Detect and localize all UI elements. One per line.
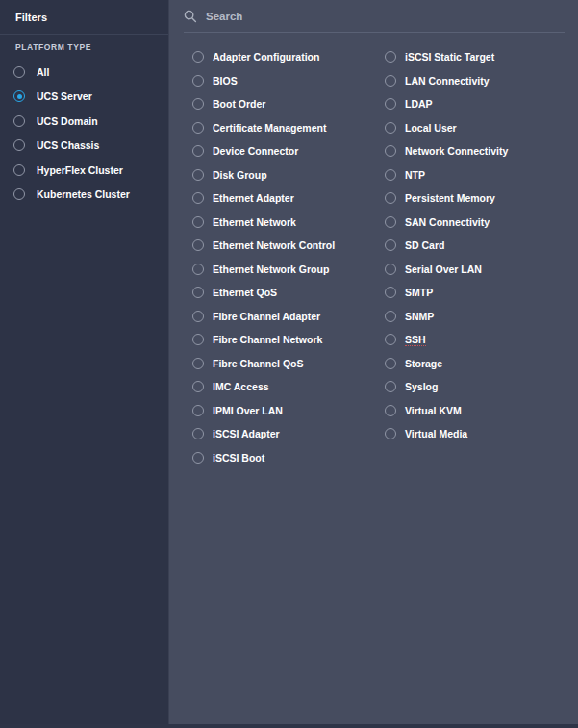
policy-iscsi-boot[interactable]: iSCSI Boot	[192, 446, 385, 470]
radio-icon[interactable]	[192, 264, 204, 275]
radio-icon[interactable]	[385, 358, 396, 369]
radio-icon[interactable]	[385, 216, 396, 228]
policy-label: Fibre Channel QoS	[213, 358, 304, 369]
radio-icon[interactable]	[385, 381, 396, 392]
radio-icon[interactable]	[13, 139, 25, 151]
radio-icon[interactable]	[385, 287, 396, 298]
radio-icon[interactable]	[385, 145, 396, 157]
policy-fibre-channel-qos[interactable]: Fibre Channel QoS	[192, 352, 385, 376]
policy-syslog[interactable]: Syslog	[385, 375, 577, 399]
policy-iscsi-static-target[interactable]: iSCSI Static Target	[385, 45, 577, 69]
radio-icon[interactable]	[13, 66, 25, 78]
radio-icon[interactable]	[192, 239, 204, 251]
policy-boot-order[interactable]: Boot Order	[192, 92, 385, 116]
radio-icon[interactable]	[385, 75, 396, 87]
policy-adapter-configuration[interactable]: Adapter Configuration	[192, 45, 385, 69]
dialog-bottom-edge	[0, 724, 578, 728]
radio-icon[interactable]	[192, 311, 204, 322]
policy-label: SSH	[405, 334, 426, 346]
radio-icon[interactable]	[192, 358, 204, 369]
policy-smtp[interactable]: SMTP	[385, 281, 577, 305]
sidebar-item-kubernetes-cluster[interactable]: Kubernetes Cluster	[0, 183, 168, 208]
radio-icon[interactable]	[385, 239, 396, 251]
policy-disk-group[interactable]: Disk Group	[192, 163, 385, 188]
radio-icon[interactable]	[192, 122, 204, 134]
radio-icon[interactable]	[385, 311, 396, 322]
filters-sidebar: Filters PLATFORM TYPE All UCS Server UCS…	[0, 0, 168, 728]
policy-ldap[interactable]: LDAP	[385, 92, 577, 116]
radio-icon[interactable]	[192, 381, 204, 392]
policy-label: IPMI Over LAN	[213, 405, 283, 416]
radio-icon[interactable]	[385, 264, 396, 275]
policy-serial-over-lan[interactable]: Serial Over LAN	[385, 258, 577, 282]
radio-icon[interactable]	[192, 192, 204, 204]
policy-ethernet-network-group[interactable]: Ethernet Network Group	[192, 258, 385, 282]
policy-sd-card[interactable]: SD Card	[385, 234, 577, 258]
policy-iscsi-adapter[interactable]: iSCSI Adapter	[192, 422, 385, 446]
radio-icon[interactable]	[385, 51, 396, 63]
radio-icon[interactable]	[192, 51, 204, 63]
radio-checked-icon[interactable]	[13, 90, 25, 102]
policy-bios[interactable]: BIOS	[192, 69, 385, 93]
radio-icon[interactable]	[192, 428, 204, 439]
policy-certificate-management[interactable]: Certificate Management	[192, 116, 385, 140]
sidebar-item-label: UCS Domain	[37, 115, 98, 127]
sidebar-item-ucs-domain[interactable]: UCS Domain	[0, 109, 168, 134]
radio-icon[interactable]	[192, 75, 204, 87]
policy-storage[interactable]: Storage	[385, 352, 577, 376]
policy-label: Serial Over LAN	[405, 264, 482, 275]
radio-icon[interactable]	[13, 115, 25, 127]
policy-snmp[interactable]: SNMP	[385, 305, 577, 329]
policy-ssh[interactable]: SSH	[385, 328, 577, 352]
policy-label: Storage	[405, 358, 442, 369]
radio-icon[interactable]	[385, 428, 396, 439]
radio-icon[interactable]	[192, 334, 204, 345]
radio-icon[interactable]	[385, 169, 396, 181]
policy-persistent-memory[interactable]: Persistent Memory	[385, 187, 577, 211]
radio-icon[interactable]	[192, 452, 204, 464]
radio-icon[interactable]	[192, 169, 204, 181]
radio-icon[interactable]	[385, 405, 396, 416]
sidebar-item-hyperflex-cluster[interactable]: HyperFlex Cluster	[0, 158, 168, 183]
sidebar-item-ucs-chassis[interactable]: UCS Chassis	[0, 134, 168, 159]
policy-san-connectivity[interactable]: SAN Connectivity	[385, 211, 577, 235]
policy-device-connector[interactable]: Device Connector	[192, 139, 385, 163]
radio-icon[interactable]	[192, 98, 204, 110]
policy-fibre-channel-network[interactable]: Fibre Channel Network	[192, 328, 385, 352]
radio-icon[interactable]	[385, 334, 396, 345]
policy-virtual-media[interactable]: Virtual Media	[385, 422, 577, 446]
radio-icon[interactable]	[13, 164, 25, 176]
policy-lan-connectivity[interactable]: LAN Connectivity	[385, 69, 577, 93]
radio-icon[interactable]	[192, 287, 204, 298]
radio-icon[interactable]	[192, 145, 204, 157]
policy-label: iSCSI Boot	[213, 452, 264, 464]
search-input[interactable]	[206, 11, 514, 22]
radio-icon[interactable]	[13, 188, 25, 200]
radio-icon[interactable]	[385, 98, 396, 110]
policy-column-right: iSCSI Static Target LAN Connectivity LDA…	[385, 45, 577, 469]
policy-network-connectivity[interactable]: Network Connectivity	[385, 139, 577, 163]
policy-label: LAN Connectivity	[405, 75, 490, 87]
policy-local-user[interactable]: Local User	[385, 116, 577, 140]
radio-icon[interactable]	[385, 192, 396, 204]
policy-ethernet-network[interactable]: Ethernet Network	[192, 211, 385, 235]
policy-label: Certificate Management	[213, 122, 326, 134]
policy-virtual-kvm[interactable]: Virtual KVM	[385, 399, 577, 423]
policy-ipmi-over-lan[interactable]: IPMI Over LAN	[192, 399, 385, 423]
search-bar[interactable]	[169, 0, 578, 32]
sidebar-item-all[interactable]: All	[0, 60, 168, 85]
sidebar-item-ucs-server[interactable]: UCS Server	[0, 85, 168, 110]
policy-label: Virtual Media	[405, 428, 467, 439]
policy-ethernet-adapter[interactable]: Ethernet Adapter	[192, 187, 385, 211]
policy-ntp[interactable]: NTP	[385, 163, 577, 188]
radio-icon[interactable]	[385, 122, 396, 134]
sidebar-item-label: Kubernetes Cluster	[37, 188, 130, 200]
radio-icon[interactable]	[192, 216, 204, 228]
sidebar-item-label: UCS Server	[37, 90, 92, 102]
policy-label: SAN Connectivity	[405, 216, 490, 228]
policy-ethernet-qos[interactable]: Ethernet QoS	[192, 281, 385, 305]
policy-ethernet-network-control[interactable]: Ethernet Network Control	[192, 234, 385, 258]
policy-fibre-channel-adapter[interactable]: Fibre Channel Adapter	[192, 305, 385, 329]
radio-icon[interactable]	[192, 405, 204, 416]
policy-imc-access[interactable]: IMC Access	[192, 375, 385, 399]
